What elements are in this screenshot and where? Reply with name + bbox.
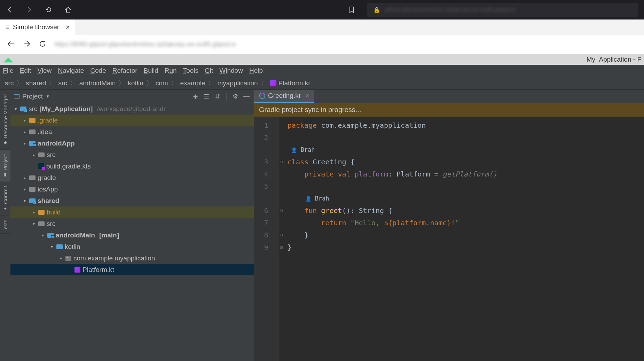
fold-marker-icon[interactable]: ⊟ [278, 156, 284, 168]
menu-view[interactable]: View [37, 67, 52, 74]
person-icon: 👤 [291, 147, 297, 153]
project-panel: Project ▼ ⊕ ☰ ⇵ ⚙ — ▾ src [My_Applicatio… [10, 90, 254, 361]
fold-end-icon[interactable]: ⊟ [278, 229, 284, 241]
crumb[interactable]: src [58, 79, 67, 87]
menu-help[interactable]: Help [249, 67, 263, 74]
code-content[interactable]: package com.example.myapplication 👤 Brah… [284, 117, 644, 361]
tree-item[interactable]: ▸.idea [10, 126, 254, 138]
tool-tab-tests[interactable]: ests [0, 215, 10, 234]
breadcrumb: src〉 shared〉 src〉 androidMain〉 kotlin〉 c… [0, 77, 644, 90]
tab-simple-browser[interactable]: ≡ Simple Browser ✕ [0, 19, 76, 35]
chevron-down-icon[interactable]: ▾ [22, 141, 27, 146]
crumb[interactable]: kotlin [128, 79, 143, 87]
fold-column: ⊟ ⊟ ⊟ ⊟ [278, 117, 284, 361]
tree-root[interactable]: ▾ src [My_Application] /workspace/gitpod… [10, 103, 254, 115]
menu-build[interactable]: Build [144, 67, 158, 74]
tree-item[interactable]: ▸gradle [10, 172, 254, 183]
folder-grey-icon [38, 152, 45, 157]
tree-item[interactable]: ▾src [10, 218, 254, 229]
menu-window[interactable]: Window [219, 67, 243, 74]
tree-item[interactable]: ▸build [10, 206, 254, 218]
crumb[interactable]: com [156, 79, 168, 87]
author-hint: 👤 Brah [288, 144, 644, 156]
document-lines-icon: ≡ [6, 23, 9, 31]
chevron-down-icon[interactable]: ▾ [49, 244, 54, 249]
chevron-right-icon[interactable]: ▸ [22, 175, 27, 180]
tree-item-label: .gradle [38, 117, 58, 124]
menu-file[interactable]: File [3, 67, 14, 74]
tree-item[interactable]: ▾shared [10, 195, 254, 206]
tree-item[interactable]: ▸iosApp [10, 183, 254, 195]
home-icon[interactable] [64, 6, 72, 14]
crumb[interactable]: src [5, 79, 14, 87]
window-title: My_Application - F [587, 56, 641, 63]
chevron-right-icon[interactable]: ▸ [22, 130, 27, 134]
tree-item[interactable]: build.gradle.kts [10, 160, 254, 172]
crumb[interactable]: myapplication [217, 79, 258, 87]
line-number: 1 [254, 119, 278, 132]
crumb-file[interactable]: Platform.kt [270, 79, 310, 87]
fold-marker-icon[interactable]: ⊟ [278, 205, 284, 217]
lock-icon: 🔒 [372, 6, 381, 14]
package-icon [65, 256, 71, 261]
chevron-down-icon[interactable]: ▾ [22, 198, 27, 203]
chevron-right-icon[interactable]: ▸ [22, 118, 27, 123]
tool-tab-resource-manager[interactable]: ◆Resource Manager [0, 90, 10, 150]
menu-run[interactable]: Run [165, 67, 177, 74]
locate-icon[interactable]: ⊕ [191, 93, 199, 100]
nav-refresh-icon[interactable] [39, 40, 46, 49]
project-view-dropdown[interactable]: Project ▼ [14, 93, 50, 100]
back-icon[interactable] [6, 6, 14, 14]
tree-item-label: src [47, 151, 55, 159]
chevron-right-icon[interactable]: ▸ [31, 152, 36, 157]
chevron-down-icon[interactable]: ▾ [58, 256, 63, 261]
crumb[interactable]: shared [26, 79, 46, 87]
folder-orange-icon [38, 210, 45, 215]
chevron-down-icon[interactable]: ▾ [40, 233, 45, 238]
tree-item-label: androidApp [38, 140, 75, 147]
tree-item[interactable]: ▾com.example.myapplication [10, 252, 254, 264]
collapse-all-icon[interactable]: ⇵ [214, 93, 221, 100]
tree-item[interactable]: ▸src [10, 149, 254, 160]
nav-forward-icon[interactable] [23, 41, 31, 48]
tree-item-label: androidMain [56, 231, 95, 239]
close-icon[interactable]: ✕ [65, 24, 70, 31]
tree-item[interactable]: ▾androidApp [10, 138, 254, 149]
gradle-icon [38, 163, 44, 169]
chevron-right-icon[interactable]: ▸ [22, 187, 27, 192]
crumb[interactable]: example [180, 79, 205, 87]
bookmark-icon[interactable] [347, 6, 356, 14]
menu-git[interactable]: Git [205, 67, 213, 74]
tree-item[interactable]: ▾kotlin [10, 241, 254, 252]
code-editor[interactable]: 123456789 ⊟ ⊟ ⊟ ⊟ package com.example.my… [254, 117, 644, 361]
chevron-down-icon[interactable]: ▾ [31, 221, 36, 226]
menu-navigate[interactable]: Navigate [58, 67, 84, 74]
gutter: 123456789 [254, 117, 278, 361]
nav-url[interactable]: https://8080-gitpod-gitpodandroidstu-zp5… [54, 41, 236, 48]
expand-all-icon[interactable]: ☰ [203, 93, 210, 100]
address-bar[interactable]: 🔒 github-gitpodandroidstu-zp5qkuiqu.ws-e… [367, 3, 638, 17]
close-icon[interactable]: ✕ [305, 93, 309, 99]
crumb[interactable]: androidMain [79, 79, 116, 87]
tree-item-label: shared [38, 197, 59, 205]
nav-back-icon[interactable] [7, 41, 15, 48]
line-number [254, 144, 278, 156]
chevron-down-icon[interactable]: ▾ [13, 107, 18, 111]
fold-end-icon[interactable]: ⊟ [278, 241, 284, 253]
tree-item[interactable]: Platform.kt [10, 264, 254, 275]
menu-code[interactable]: Code [90, 67, 106, 74]
gear-icon[interactable]: ⚙ [231, 93, 239, 100]
editor-tab-greeting[interactable]: Greeting.kt ✕ [254, 90, 314, 103]
menu-refactor[interactable]: Refactor [112, 67, 138, 74]
forward-icon[interactable] [25, 6, 33, 14]
line-number: 3 [254, 156, 278, 168]
tree-item[interactable]: ▾androidMain[main] [10, 229, 254, 241]
chevron-right-icon[interactable]: ▸ [31, 210, 36, 215]
tool-tab-project[interactable]: ▮Project [0, 150, 10, 182]
menu-tools[interactable]: Tools [183, 67, 198, 74]
tree-item[interactable]: ▸.gradle [10, 115, 254, 126]
tool-tab-commit[interactable]: ✦Commit [0, 182, 10, 215]
menu-edit[interactable]: Edit [20, 67, 31, 74]
refresh-icon[interactable] [45, 6, 53, 14]
hide-icon[interactable]: — [243, 93, 250, 100]
